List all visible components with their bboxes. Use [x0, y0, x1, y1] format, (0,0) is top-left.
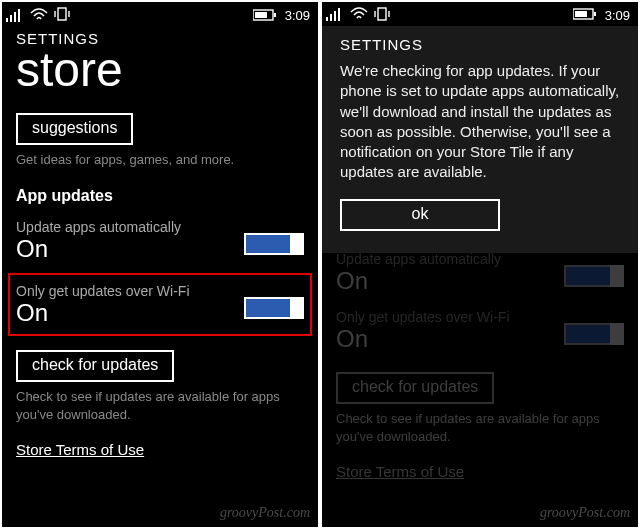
- status-bar: 3:09: [322, 2, 638, 26]
- auto-update-toggle[interactable]: [244, 233, 304, 255]
- phone-right: 3:09 Update apps automatically On Only g…: [322, 2, 638, 527]
- ok-button[interactable]: ok: [340, 199, 500, 231]
- watermark: groovyPost.com: [540, 505, 630, 521]
- svg-rect-1: [10, 15, 12, 22]
- check-updates-hint: Check to see if updates are available fo…: [336, 410, 624, 445]
- signal-icon: [6, 6, 24, 25]
- svg-rect-0: [6, 18, 8, 22]
- suggestions-hint: Get ideas for apps, games, and more.: [16, 151, 304, 169]
- suggestions-button[interactable]: suggestions: [16, 113, 133, 145]
- svg-rect-14: [378, 8, 386, 20]
- wifi-icon: [30, 6, 48, 25]
- status-bar: 3:09: [2, 2, 318, 26]
- settings-store-screen-dimmed: Update apps automatically On Only get up…: [322, 247, 638, 481]
- svg-rect-12: [334, 11, 336, 21]
- svg-rect-13: [338, 8, 340, 21]
- status-time: 3:09: [605, 8, 630, 23]
- svg-rect-2: [14, 12, 16, 22]
- signal-icon: [326, 7, 344, 24]
- check-updates-hint: Check to see if updates are available fo…: [16, 388, 304, 423]
- wifi-only-toggle[interactable]: [244, 297, 304, 319]
- store-terms-link: Store Terms of Use: [336, 463, 464, 480]
- svg-rect-10: [326, 17, 328, 21]
- checking-updates-dialog: SETTINGS We're checking for app updates.…: [322, 26, 638, 253]
- svg-rect-11: [330, 14, 332, 21]
- vibrate-icon: [54, 7, 70, 24]
- svg-rect-4: [58, 8, 66, 20]
- setting-wifi-only: Only get updates over Wi-Fi On: [16, 279, 304, 331]
- page-title: store: [16, 45, 304, 95]
- svg-rect-8: [255, 12, 267, 18]
- wifi-icon: [350, 7, 368, 24]
- dialog-title: SETTINGS: [340, 36, 620, 53]
- wifi-only-toggle: [564, 323, 624, 345]
- annotation-highlight: Only get updates over Wi-Fi On: [8, 273, 312, 337]
- settings-store-screen: SETTINGS store suggestions Get ideas for…: [2, 26, 318, 459]
- svg-rect-19: [594, 12, 596, 16]
- phone-left: 3:09 SETTINGS store suggestions Get idea…: [2, 2, 318, 527]
- auto-update-toggle: [564, 265, 624, 287]
- svg-rect-18: [575, 11, 587, 17]
- store-terms-link[interactable]: Store Terms of Use: [16, 441, 144, 458]
- status-time: 3:09: [285, 8, 310, 23]
- setting-auto-update: Update apps automatically On: [336, 247, 624, 305]
- watermark: groovyPost.com: [220, 505, 310, 521]
- svg-rect-9: [274, 13, 276, 17]
- setting-wifi-only: Only get updates over Wi-Fi On: [336, 305, 624, 363]
- battery-icon: [573, 8, 597, 23]
- vibrate-icon: [374, 7, 390, 24]
- check-updates-button[interactable]: check for updates: [16, 350, 174, 382]
- battery-icon: [253, 7, 277, 24]
- check-updates-button: check for updates: [336, 372, 494, 404]
- svg-rect-3: [18, 9, 20, 22]
- app-updates-heading: App updates: [16, 187, 304, 205]
- dialog-body: We're checking for app updates. If your …: [340, 61, 620, 183]
- setting-auto-update: Update apps automatically On: [16, 215, 304, 273]
